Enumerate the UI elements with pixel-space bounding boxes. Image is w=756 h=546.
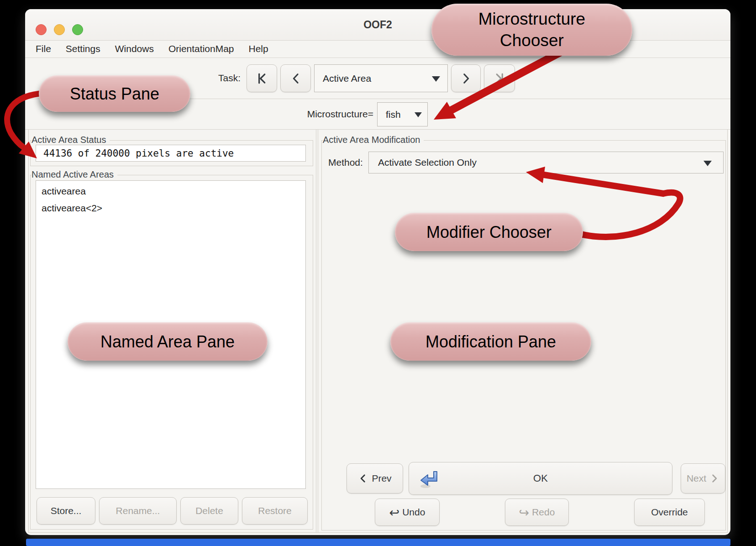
- chevron-right-icon: [459, 72, 473, 85]
- pane-divider[interactable]: [316, 129, 316, 532]
- annotation-modification-pane: Modification Pane: [390, 322, 591, 361]
- modification-frame-title: Active Area Modification: [323, 135, 424, 145]
- last-task-button[interactable]: [484, 64, 515, 92]
- list-item[interactable]: activearea<2>: [36, 200, 305, 216]
- named-frame-title: Named Active Areas: [31, 169, 117, 180]
- next-task-button[interactable]: [451, 64, 481, 92]
- annotation-text: Microstructure: [478, 8, 585, 30]
- skip-to-last-icon: [493, 72, 506, 85]
- bottom-blue-bar: [26, 539, 730, 546]
- menu-orientationmap[interactable]: OrientationMap: [168, 43, 234, 54]
- list-item[interactable]: activearea: [36, 183, 305, 200]
- method-chooser-dropdown[interactable]: Activate Selection Only: [368, 152, 724, 173]
- prev-button-label: Prev: [372, 473, 391, 484]
- active-area-status-frame: Active Area Status 44136 of 240000 pixel…: [30, 140, 313, 166]
- menu-help[interactable]: Help: [249, 43, 268, 54]
- pane-edge: [727, 129, 728, 532]
- pane-divider: [318, 129, 318, 532]
- status-frame-title: Active Area Status: [31, 135, 110, 145]
- menu-file[interactable]: File: [36, 43, 51, 54]
- microstructure-label: Microstructure=: [276, 109, 373, 120]
- chevron-left-icon: [358, 473, 368, 483]
- dropdown-arrow-icon: [704, 161, 712, 166]
- next-button-label: Next: [687, 473, 706, 484]
- microstructure-chooser-dropdown[interactable]: fish: [377, 102, 428, 126]
- return-arrow-icon: [418, 469, 439, 489]
- menu-windows[interactable]: Windows: [115, 43, 154, 54]
- task-chooser-value: Active Area: [323, 73, 371, 84]
- pane-edge: [28, 129, 29, 532]
- skip-to-first-icon: [255, 72, 269, 85]
- menu-settings[interactable]: Settings: [66, 43, 100, 54]
- task-label: Task:: [218, 73, 241, 84]
- next-button[interactable]: Next: [681, 463, 725, 493]
- delete-button[interactable]: Delete: [180, 497, 238, 525]
- dropdown-arrow-icon: [432, 76, 440, 82]
- chevron-left-icon: [289, 72, 303, 85]
- override-button[interactable]: Override: [634, 499, 705, 526]
- store-button[interactable]: Store...: [37, 497, 95, 525]
- undo-icon: ↩: [389, 505, 400, 520]
- undo-button-label: Undo: [402, 507, 425, 518]
- task-chooser-dropdown[interactable]: Active Area: [314, 64, 448, 92]
- redo-button-label: Redo: [532, 507, 555, 518]
- annotation-text: Named Area Pane: [100, 331, 235, 352]
- status-text: 44136 of 240000 pixels are active: [43, 148, 234, 159]
- store-button-label: Store...: [51, 505, 82, 516]
- restore-button[interactable]: Restore: [242, 497, 308, 525]
- prev-button[interactable]: Prev: [346, 463, 403, 493]
- prev-task-button[interactable]: [280, 64, 311, 92]
- restore-button-label: Restore: [258, 505, 292, 516]
- chevron-right-icon: [709, 473, 719, 483]
- redo-button[interactable]: ↪ Redo: [505, 499, 569, 526]
- annotation-named-area-pane: Named Area Pane: [68, 322, 268, 361]
- microstructure-value: fish: [386, 109, 401, 120]
- annotation-text: Modifier Chooser: [426, 221, 551, 243]
- annotation-text: Modification Pane: [425, 331, 556, 352]
- annotation-microstructure-chooser: Microstructure Chooser: [431, 4, 632, 56]
- delete-button-label: Delete: [195, 505, 223, 516]
- redo-icon: ↪: [519, 505, 530, 520]
- screenshot-stage: OOF2 File Settings Windows OrientationMa…: [0, 0, 756, 546]
- method-value: Activate Selection Only: [378, 157, 477, 168]
- rename-button-label: Rename...: [116, 505, 160, 516]
- ok-button-label: OK: [533, 472, 548, 484]
- pane-bottom-edge: [28, 532, 728, 533]
- annotation-modifier-chooser: Modifier Chooser: [395, 213, 583, 251]
- annotation-text: Status Pane: [70, 83, 159, 105]
- dropdown-arrow-icon: [415, 112, 422, 117]
- override-button-label: Override: [651, 507, 688, 518]
- first-task-button[interactable]: [247, 64, 277, 92]
- annotation-text: Chooser: [500, 30, 564, 51]
- method-label: Method:: [328, 157, 363, 168]
- status-entry[interactable]: 44136 of 240000 pixels are active: [36, 145, 306, 162]
- rename-button[interactable]: Rename...: [99, 497, 177, 525]
- undo-button[interactable]: ↩ Undo: [375, 499, 440, 526]
- annotation-status-pane: Status Pane: [39, 75, 190, 112]
- ok-button[interactable]: OK: [409, 462, 672, 495]
